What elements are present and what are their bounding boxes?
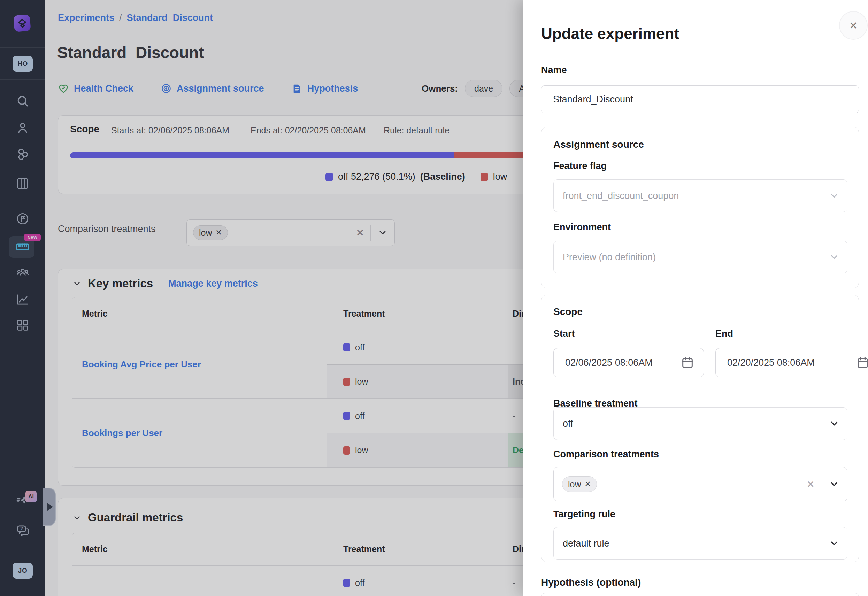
close-button[interactable]: ✕ [839,11,868,40]
baseline-treatment-value: off [563,418,573,429]
hypothesis-textarea[interactable] [541,593,859,596]
scope-section: Scope Start End 02/06/2025 08:06AM 02/20… [541,295,859,562]
targeting-rule-value: default rule [563,538,610,549]
feature-flag-label: Feature flag [554,161,607,171]
clear-selection-icon[interactable]: ✕ [800,479,821,490]
end-date-input[interactable]: 02/20/2025 08:06AM [715,348,868,377]
feature-flag-value: front_end_discount_coupon [563,190,679,201]
drawer-title: Update experiment [541,25,679,43]
scope-title: Scope [554,306,583,317]
treatment-chip-low[interactable]: low ✕ [562,476,597,492]
assignment-source-title: Assignment source [554,139,644,150]
app-window: HO [0,0,868,596]
start-label: Start [554,329,575,339]
end-label: End [715,329,733,339]
start-date-value: 02/06/2025 08:06AM [565,357,652,368]
chevron-down-icon [821,252,847,262]
close-icon: ✕ [849,19,858,32]
chip-label: low [568,479,581,490]
calendar-icon [856,356,868,370]
calendar-icon [681,356,694,370]
assignment-source-section: Assignment source Feature flag front_end… [541,127,859,288]
chevron-down-icon [821,479,847,490]
name-label: Name [541,65,567,75]
update-experiment-drawer: ✕ Update experiment Name Standard_Discou… [523,0,868,596]
chevron-down-icon [821,418,847,429]
targeting-rule-select[interactable]: default rule [554,527,847,560]
name-input[interactable]: Standard_Discount [541,86,859,113]
environment-value: Preview (no definition) [563,252,656,263]
chip-remove-icon[interactable]: ✕ [585,479,591,489]
modal-overlay[interactable] [0,0,523,596]
baseline-treatment-select[interactable]: off [554,407,847,440]
environment-label: Environment [554,222,611,233]
start-date-input[interactable]: 02/06/2025 08:06AM [554,348,704,377]
hypothesis-label: Hypothesis (optional) [541,577,641,588]
chevron-down-icon [821,538,847,549]
comparison-treatments-label: Comparison treatments [554,449,659,460]
feature-flag-select[interactable]: front_end_discount_coupon [554,179,847,212]
comparison-treatments-select[interactable]: low ✕ ✕ [554,467,847,501]
end-date-value: 02/20/2025 08:06AM [727,357,815,368]
environment-select[interactable]: Preview (no definition) [554,241,847,273]
chevron-down-icon [821,190,847,201]
targeting-rule-label: Targeting rule [554,509,616,520]
